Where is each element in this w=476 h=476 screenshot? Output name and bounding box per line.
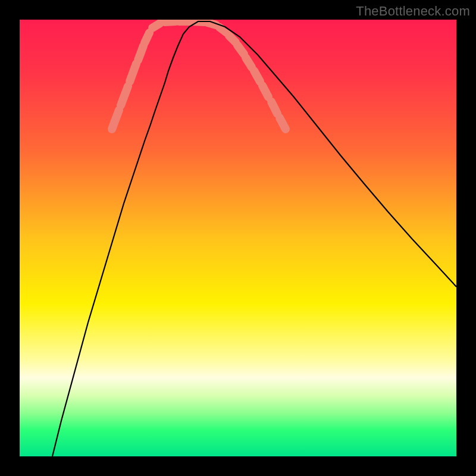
- chart-svg: [20, 20, 456, 456]
- marker-dash: [246, 58, 252, 67]
- watermark-text: TheBottleneck.com: [356, 4, 470, 19]
- marker-dash: [262, 86, 268, 97]
- marker-dash: [165, 21, 176, 22]
- marker-dash: [254, 71, 260, 82]
- gradient-background: [20, 20, 456, 456]
- chart-frame: TheBottleneck.com: [0, 0, 476, 476]
- marker-dash: [237, 45, 244, 54]
- marker-dash: [145, 33, 149, 43]
- marker-dash: [220, 27, 227, 33]
- plot-area: [20, 20, 456, 456]
- marker-dash: [280, 118, 286, 129]
- marker-dash: [138, 46, 143, 60]
- marker-dash: [271, 102, 277, 114]
- marker-dash: [152, 23, 160, 28]
- marker-dash: [229, 36, 236, 42]
